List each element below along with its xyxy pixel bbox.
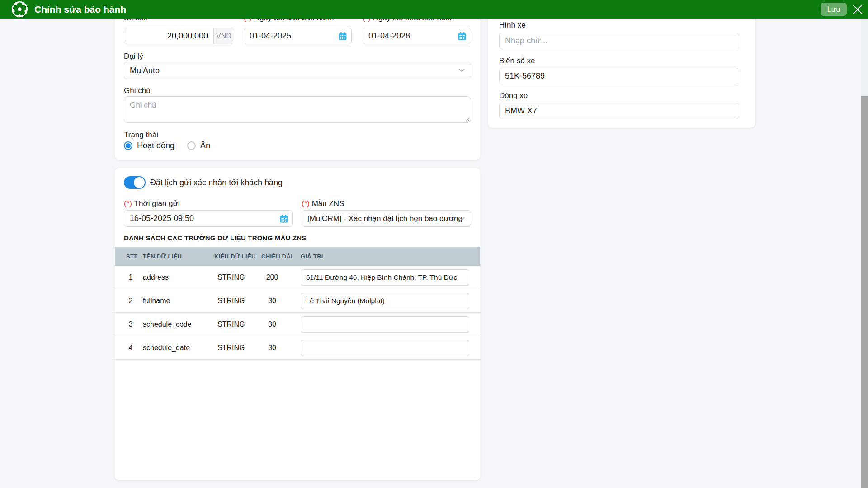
row-length: 30 <box>258 289 287 313</box>
page-title: Chỉnh sửa bảo hành <box>34 0 126 19</box>
row-type: STRING <box>217 266 245 289</box>
row-name: fullname <box>143 289 170 313</box>
send-time-input[interactable] <box>124 210 293 227</box>
vehicle-image-label: Hình xe <box>499 21 526 30</box>
zns-template-label: (*) Mẫu ZNS <box>302 199 344 208</box>
row-value-input[interactable] <box>301 269 469 286</box>
row-value-input[interactable] <box>301 340 469 356</box>
row-length: 30 <box>258 313 287 336</box>
status-label: Trạng thái <box>124 131 158 140</box>
row-value-field <box>301 293 469 309</box>
row-name: schedule_date <box>143 336 190 360</box>
calendar-icon[interactable] <box>279 214 288 223</box>
row-stt: 1 <box>123 266 138 289</box>
dealer-select[interactable]: MulAuto <box>124 62 471 79</box>
start-date-input[interactable] <box>244 28 352 44</box>
amount-field-group: VND <box>124 28 234 44</box>
zns-schedule-card: Đặt lịch gửi xác nhận tới khách hàng (*)… <box>115 168 480 480</box>
table-row: 1 address STRING 200 <box>115 266 480 289</box>
calendar-icon[interactable] <box>338 32 347 41</box>
scrollbar-thumb[interactable] <box>861 96 868 488</box>
plate-input[interactable] <box>499 68 739 84</box>
row-length: 200 <box>258 266 287 289</box>
send-time-label: (*) Thời gian gửi <box>124 199 180 208</box>
toggle-knob <box>134 177 145 188</box>
plate-label: Biển số xe <box>499 56 535 66</box>
calendar-icon[interactable] <box>458 32 467 41</box>
send-time-field <box>124 210 293 227</box>
model-input[interactable] <box>499 103 739 119</box>
end-date-field <box>363 28 471 44</box>
col-value: GIÁ TRỊ <box>301 247 323 266</box>
vehicle-image-input[interactable] <box>499 33 739 49</box>
row-length: 30 <box>258 336 287 360</box>
row-name: address <box>143 266 169 289</box>
vertical-scrollbar <box>861 19 868 488</box>
row-type: STRING <box>217 289 245 313</box>
row-stt: 4 <box>123 336 138 360</box>
row-value-field <box>301 269 469 286</box>
status-radio-active[interactable] <box>124 141 132 150</box>
status-radio-hidden[interactable] <box>187 141 196 150</box>
row-value-input[interactable] <box>301 293 469 309</box>
model-label: Dòng xe <box>499 91 528 100</box>
row-stt: 2 <box>123 289 138 313</box>
end-date-input[interactable] <box>363 28 471 44</box>
warranty-form-card: Số tiền VND (*) Ngày bắt đầu bảo hành (*… <box>115 0 480 160</box>
col-type: KIỂU DỮ LIỆU <box>214 247 256 266</box>
note-label: Ghi chú <box>124 86 151 95</box>
dealer-selected-value: MulAuto <box>130 66 160 75</box>
row-value-input[interactable] <box>301 316 469 333</box>
col-stt: STT <box>126 247 137 266</box>
modal-header: Chỉnh sửa bảo hành Lưu <box>0 0 868 19</box>
table-row: 4 schedule_date STRING 30 <box>115 336 480 360</box>
row-stt: 3 <box>123 313 138 336</box>
row-value-field <box>301 316 469 333</box>
status-radio-hidden-label[interactable]: Ẩn <box>200 141 210 150</box>
row-type: STRING <box>217 313 245 336</box>
table-row: 2 fullname STRING 30 <box>115 289 480 313</box>
row-name: schedule_code <box>143 313 192 336</box>
col-length: CHIỀU DÀI <box>261 247 292 266</box>
app-logo-icon <box>12 1 28 17</box>
amount-unit: VND <box>213 28 234 44</box>
row-type: STRING <box>217 336 245 360</box>
schedule-toggle-label: Đặt lịch gửi xác nhận tới khách hàng <box>150 178 283 188</box>
amount-input[interactable] <box>124 28 213 44</box>
col-name: TÊN DỮ LIỆU <box>143 247 182 266</box>
chevron-down-icon <box>458 69 465 73</box>
note-textarea[interactable] <box>124 96 471 123</box>
schedule-toggle[interactable] <box>124 176 146 189</box>
zns-template-select[interactable]: [MulCRM] - Xác nhận đặt lịch hẹn bảo dưỡ… <box>302 210 471 227</box>
vehicle-info-card: Hình xe Biển số xe Dòng xe <box>488 0 755 128</box>
table-row: 3 schedule_code STRING 30 <box>115 313 480 336</box>
close-icon[interactable] <box>852 4 863 15</box>
save-button[interactable]: Lưu <box>821 3 847 16</box>
start-date-field <box>244 28 352 44</box>
zns-fields-table-title: DANH SÁCH CÁC TRƯỜNG DỮ LIỆU TRONG MẪU Z… <box>124 234 307 242</box>
dealer-label: Đại lý <box>124 52 143 61</box>
row-value-field <box>301 340 469 356</box>
chevron-down-icon <box>458 216 465 221</box>
zns-table-body: 1 address STRING 200 2 fullname STRING 3… <box>115 266 480 360</box>
status-radio-group: Hoạt động Ẩn <box>124 141 218 150</box>
zns-table-header: STT TÊN DỮ LIỆU KIỂU DỮ LIỆU CHIỀU DÀI G… <box>115 247 480 266</box>
status-radio-active-label[interactable]: Hoạt động <box>137 141 175 150</box>
zns-template-selected-value: [MulCRM] - Xác nhận đặt lịch hẹn bảo dưỡ… <box>307 214 462 223</box>
